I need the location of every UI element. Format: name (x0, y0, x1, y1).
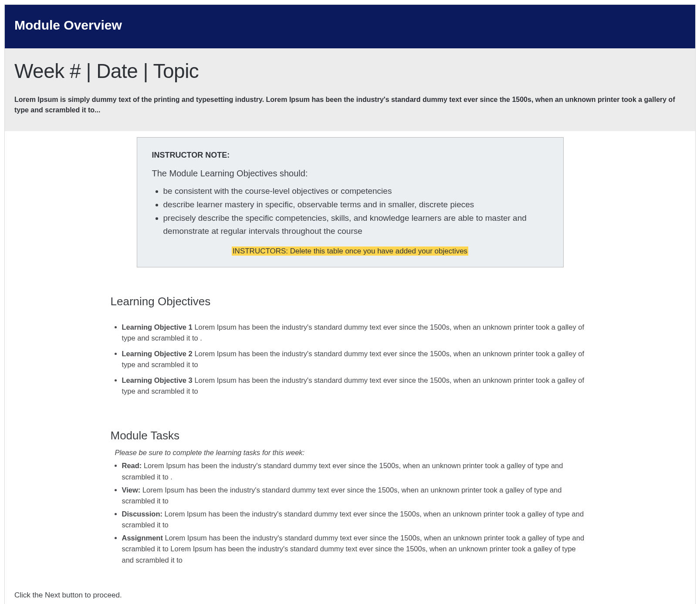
intro-blurb: Lorem Ipsum is simply dummy text of the … (14, 94, 686, 115)
task-text: Lorem Ipsum has been the industry's stan… (122, 462, 563, 481)
objective-label: Learning Objective 1 (122, 323, 193, 331)
list-item: Learning Objective 1 Lorem Ipsum has bee… (122, 322, 590, 344)
list-item: Assignment Lorem Ipsum has been the indu… (122, 533, 590, 566)
note-bullet: describe learner mastery in specific, ob… (163, 198, 548, 211)
instructor-note-box: INSTRUCTOR NOTE: The Module Learning Obj… (137, 137, 564, 267)
delete-warning: INSTRUCTORS: Delete this table once you … (152, 246, 548, 256)
learning-objectives-list: Learning Objective 1 Lorem Ipsum has bee… (111, 322, 590, 397)
task-text: Lorem Ipsum has been the industry's stan… (122, 486, 562, 505)
note-title: INSTRUCTOR NOTE: (152, 150, 548, 161)
proceed-text: Click the Next button to proceed. (14, 590, 686, 601)
task-text: Lorem Ipsum has been the industry's stan… (122, 534, 585, 564)
note-bullet: be consistent with the course-level obje… (163, 185, 548, 197)
learning-objectives-heading: Learning Objectives (111, 294, 590, 309)
content-inner: Learning Objectives Learning Objective 1… (111, 294, 590, 566)
intro-heading: Week # | Date | Topic (14, 57, 686, 85)
note-bullet-list: be consistent with the course-level obje… (152, 185, 548, 238)
list-item: Learning Objective 2 Lorem Ipsum has bee… (122, 348, 590, 371)
note-intro: The Module Learning Objectives should: (152, 167, 548, 179)
page-container: Module Overview Week # | Date | Topic Lo… (4, 4, 696, 604)
list-item: View: Lorem Ipsum has been the industry'… (122, 485, 590, 507)
module-tasks-heading: Module Tasks (111, 428, 590, 443)
list-item: Discussion: Lorem Ipsum has been the ind… (122, 509, 590, 531)
task-label: View: (122, 486, 141, 494)
delete-warning-text: INSTRUCTORS: Delete this table once you … (232, 246, 468, 256)
task-label: Read: (122, 462, 142, 469)
objective-label: Learning Objective 3 (122, 376, 193, 384)
module-tasks-intro: Please be sure to complete the learning … (115, 448, 590, 458)
main-area: INSTRUCTOR NOTE: The Module Learning Obj… (5, 131, 695, 604)
list-item: Read: Lorem Ipsum has been the industry'… (122, 460, 590, 483)
module-tasks-list: Read: Lorem Ipsum has been the industry'… (111, 460, 590, 566)
task-label: Assignment (122, 534, 163, 542)
header-band: Module Overview (5, 5, 695, 48)
list-item: Learning Objective 3 Lorem Ipsum has bee… (122, 375, 590, 397)
task-label: Discussion: (122, 510, 163, 518)
objective-label: Learning Objective 2 (122, 350, 193, 358)
intro-band: Week # | Date | Topic Lorem Ipsum is sim… (5, 48, 695, 131)
page-title: Module Overview (14, 16, 686, 34)
note-bullet: precisely describe the specific competen… (163, 212, 548, 237)
task-text: Lorem Ipsum has been the industry's stan… (122, 510, 584, 529)
